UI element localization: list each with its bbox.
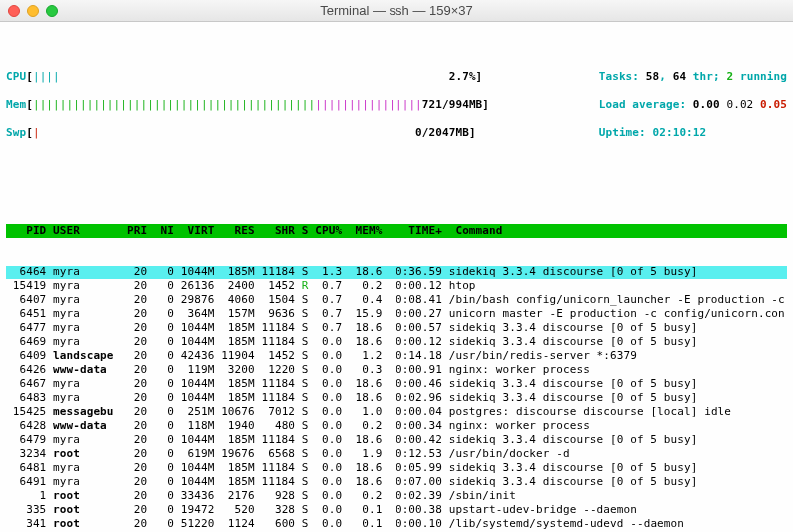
process-row[interactable]: 6409 landscape 20 0 42436 11904 1452 S 0…	[6, 349, 787, 363]
process-row[interactable]: 6467 myra 20 0 1044M 185M 11184 S 0.0 18…	[6, 377, 787, 391]
tasks-line: Tasks: 58, 64 thr; 2 running	[599, 70, 787, 84]
process-row[interactable]: 6451 myra 20 0 364M 157M 9636 S 0.7 15.9…	[6, 307, 787, 321]
process-row[interactable]: 6491 myra 20 0 1044M 185M 11184 S 0.0 18…	[6, 475, 787, 489]
cpu-meter: CPU[|||| 2.7%]	[6, 70, 489, 84]
process-row[interactable]: 3234 root 20 0 619M 19676 6568 S 0.0 1.9…	[6, 447, 787, 461]
process-row[interactable]: 6483 myra 20 0 1044M 185M 11184 S 0.0 18…	[6, 391, 787, 405]
process-row[interactable]: 6407 myra 20 0 29876 4060 1504 S 0.7 0.4…	[6, 293, 787, 307]
process-row[interactable]: 6464 myra 20 0 1044M 185M 11184 S 1.3 18…	[6, 266, 787, 279]
uptime-line: Uptime: 02:10:12	[599, 126, 787, 140]
meters-left: CPU[|||| 2.7%] Mem[|||||||||||||||||||||…	[6, 56, 489, 154]
process-row[interactable]: 1 root 20 0 33436 2176 928 S 0.0 0.2 0:0…	[6, 489, 787, 503]
process-row[interactable]: 6428 www-data 20 0 118M 1940 480 S 0.0 0…	[6, 419, 787, 433]
process-row[interactable]: 15425 messagebu 20 0 251M 10676 7012 S 0…	[6, 405, 787, 419]
process-row[interactable]: 6481 myra 20 0 1044M 185M 11184 S 0.0 18…	[6, 461, 787, 475]
mem-meter: Mem[||||||||||||||||||||||||||||||||||||…	[6, 98, 489, 112]
swp-meter: Swp[| 0/2047MB]	[6, 126, 489, 140]
process-row[interactable]: 335 root 20 0 19472 520 328 S 0.0 0.1 0:…	[6, 503, 787, 517]
process-table: 6464 myra 20 0 1044M 185M 11184 S 1.3 18…	[6, 266, 787, 532]
meters-right: Tasks: 58, 64 thr; 2 running Load averag…	[599, 56, 787, 154]
meters-block: CPU[|||| 2.7%] Mem[|||||||||||||||||||||…	[6, 56, 787, 154]
column-header[interactable]: PID USER PRI NI VIRT RES SHR S CPU% MEM%…	[6, 224, 787, 238]
process-row[interactable]: 6469 myra 20 0 1044M 185M 11184 S 0.0 18…	[6, 335, 787, 349]
process-row[interactable]: 6479 myra 20 0 1044M 185M 11184 S 0.0 18…	[6, 433, 787, 447]
titlebar: Terminal — ssh — 159×37	[0, 0, 793, 22]
load-line: Load average: 0.00 0.02 0.05	[599, 98, 787, 112]
process-row[interactable]: 15419 myra 20 0 26136 2400 1452 R 0.7 0.…	[6, 279, 787, 293]
process-row[interactable]: 6477 myra 20 0 1044M 185M 11184 S 0.7 18…	[6, 321, 787, 335]
window-title: Terminal — ssh — 159×37	[0, 4, 793, 18]
process-row[interactable]: 6426 www-data 20 0 119M 3200 1220 S 0.0 …	[6, 363, 787, 377]
terminal[interactable]: CPU[|||| 2.7%] Mem[|||||||||||||||||||||…	[0, 22, 793, 532]
process-row[interactable]: 341 root 20 0 51220 1124 600 S 0.0 0.1 0…	[6, 517, 787, 531]
